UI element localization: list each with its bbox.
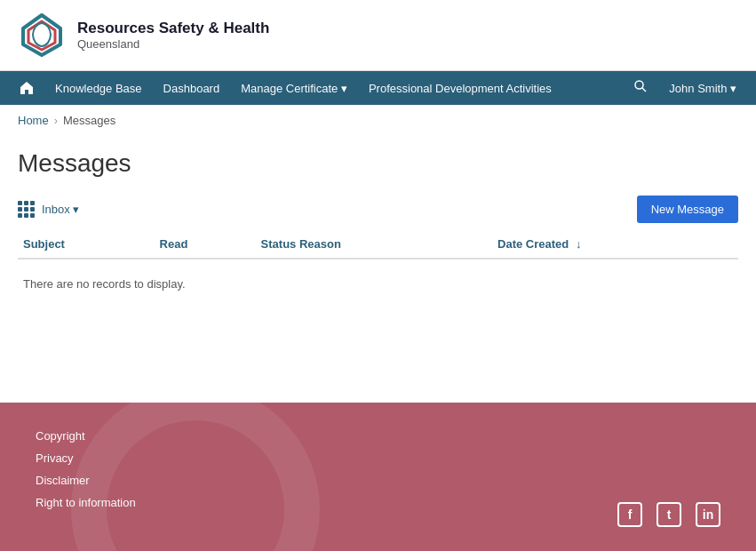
inbox-label: Inbox ▾	[42, 203, 79, 216]
twitter-icon[interactable]: t	[657, 502, 681, 527]
breadcrumb-current: Messages	[63, 114, 115, 127]
nav-professional-development[interactable]: Professional Development Activities	[358, 75, 562, 102]
breadcrumb: Home › Messages	[0, 105, 756, 136]
main-nav: Knowledge Base Dashboard Manage Certific…	[0, 71, 756, 105]
svg-point-0	[635, 81, 643, 89]
new-message-button[interactable]: New Message	[637, 196, 738, 223]
col-status-reason[interactable]: Status Reason	[256, 230, 492, 259]
nav-manage-certificate[interactable]: Manage Certificate ▾	[230, 75, 358, 102]
nav-dashboard[interactable]: Dashboard	[153, 75, 231, 102]
inbox-button[interactable]: Inbox ▾	[18, 201, 79, 218]
footer-links: Copyright Privacy Disclaimer Right to in…	[36, 429, 720, 509]
header: Resources Safety & Health Queensland	[0, 0, 756, 71]
no-records-message: There are no records to display.	[18, 259, 738, 308]
org-sub: Queensland	[77, 37, 269, 51]
main-content: Messages Inbox ▾ New Message Subject Rea…	[0, 136, 756, 403]
page-title: Messages	[18, 149, 738, 178]
nav-home[interactable]	[9, 74, 44, 102]
footer-copyright-link[interactable]: Copyright	[36, 429, 85, 443]
nav-knowledge-base[interactable]: Knowledge Base	[44, 75, 153, 102]
footer-privacy-link[interactable]: Privacy	[36, 451, 74, 465]
breadcrumb-home[interactable]: Home	[18, 114, 49, 127]
footer-main: Copyright Privacy Disclaimer Right to in…	[0, 403, 756, 551]
nav-user[interactable]: John Smith ▾	[658, 75, 747, 102]
search-icon[interactable]	[623, 72, 658, 104]
inbox-grid-icon	[18, 201, 35, 218]
col-date-created[interactable]: Date Created ↓	[492, 230, 738, 259]
facebook-icon[interactable]: f	[617, 502, 642, 527]
footer-social: f t in	[617, 502, 720, 527]
col-subject[interactable]: Subject	[18, 230, 155, 259]
logo-container: Resources Safety & Health Queensland	[18, 11, 269, 60]
linkedin-icon[interactable]: in	[696, 502, 720, 527]
messages-toolbar: Inbox ▾ New Message	[18, 196, 738, 223]
col-read[interactable]: Read	[155, 230, 256, 259]
table-header-row: Subject Read Status Reason Date Created …	[18, 230, 738, 259]
org-name: Resources Safety & Health	[77, 20, 269, 37]
logo-icon	[18, 11, 67, 60]
empty-row: There are no records to display.	[18, 259, 738, 308]
messages-table: Subject Read Status Reason Date Created …	[18, 230, 738, 308]
sort-desc-icon: ↓	[576, 237, 582, 251]
breadcrumb-separator: ›	[54, 114, 58, 127]
svg-line-1	[642, 88, 646, 92]
footer-disclaimer-link[interactable]: Disclaimer	[36, 474, 90, 487]
logo-text: Resources Safety & Health Queensland	[77, 20, 269, 51]
footer-right-to-info-link[interactable]: Right to information	[36, 496, 136, 509]
